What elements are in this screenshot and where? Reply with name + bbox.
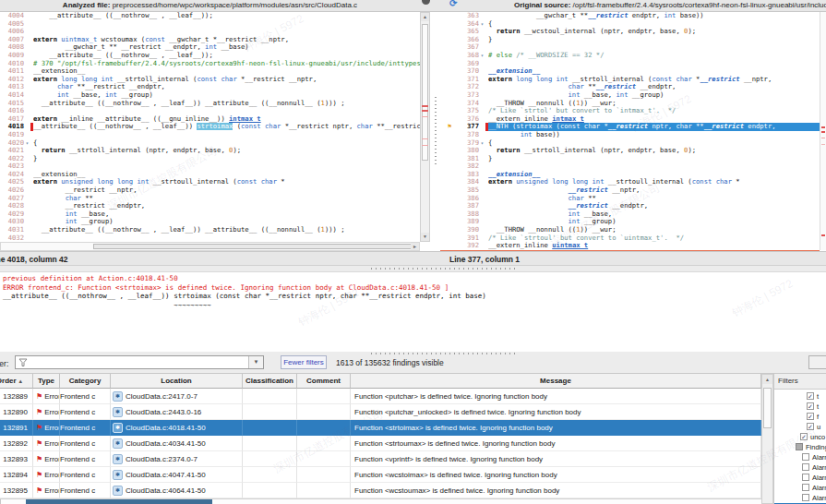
scrollbar-thumb[interactable] xyxy=(93,244,412,249)
filter-toolbar: Filter: ▼ Fewer filters 1613 of 135632 f… xyxy=(0,352,826,374)
error-message-panel: previous definition at Action.c:4018.41-… xyxy=(0,272,826,352)
code-text: extern long long int __strtoll_internal … xyxy=(33,76,420,84)
flag-gutter xyxy=(440,67,459,76)
table-vertical-scrollbar[interactable]: ▲ xyxy=(761,374,773,504)
editor-splitter[interactable] xyxy=(431,12,439,242)
original-source-editor[interactable]: 363 __gwchar_t **__restrict endptr, int … xyxy=(440,12,820,250)
scroll-right-icon[interactable]: ▸ xyxy=(411,243,419,250)
table-row[interactable]: 132892⚑ErrorFrontend c✱CloudData.c:4034.… xyxy=(0,436,761,451)
checkbox[interactable] xyxy=(802,463,809,471)
column-header-classification[interactable]: Classification xyxy=(243,374,297,389)
scrollbar-thumb[interactable] xyxy=(763,388,772,428)
error-flag-icon: ⚑ xyxy=(36,471,42,479)
line-number: 4011 xyxy=(0,67,24,76)
filter-combobox[interactable]: ▼ xyxy=(15,355,264,369)
code-line: 367 xyxy=(440,43,820,52)
left-editor-horizontal-scrollbar[interactable]: ▸ xyxy=(0,242,420,251)
checkbox[interactable] xyxy=(802,484,809,491)
code-line: 4020▾{ xyxy=(0,139,420,148)
analyzed-file-editor[interactable]: 4004 __attribute__ ((__nothrow__ , __lea… xyxy=(0,12,420,242)
scrollbar-thumb[interactable] xyxy=(422,24,428,161)
column-header-order[interactable]: Order ▲ xyxy=(0,374,33,389)
cell-message: Function <strtoimax> is defined twice. I… xyxy=(351,420,761,436)
error-flag-icon: ⚑ xyxy=(36,455,42,463)
cell-order: 132892 xyxy=(0,436,33,451)
table-row[interactable]: 132889⚑ErrorFrontend c✱CloudData.c:2417.… xyxy=(0,389,761,404)
checkbox[interactable] xyxy=(802,494,809,501)
error-flag-icon: ⚑ xyxy=(36,408,42,416)
fold-gutter xyxy=(479,83,485,91)
fold-marker-icon[interactable]: ▾ xyxy=(24,139,30,148)
filter-item[interactable]: Alarm xyxy=(774,462,826,473)
column-header-category[interactable]: Category xyxy=(60,374,111,389)
scrollbar-thumb[interactable] xyxy=(26,499,212,504)
code-line: 4009 __attribute__ ((__nothrow__ , __lea… xyxy=(0,52,420,60)
fold-marker-icon[interactable]: ▾ xyxy=(479,139,485,148)
filter-item-label: unco xyxy=(810,433,825,441)
line-number: 389 xyxy=(459,218,479,226)
filter-item[interactable]: Finding T xyxy=(774,442,826,452)
cell-comment xyxy=(297,404,351,420)
column-header-message[interactable]: Message xyxy=(351,374,761,389)
table-row[interactable]: 132893⚑ErrorFrontend c✱CloudData.c:2374.… xyxy=(0,451,761,467)
horizontal-splitter[interactable] xyxy=(0,265,826,272)
toolbar-partial-button[interactable] xyxy=(808,355,826,369)
column-header-type[interactable]: Type xyxy=(33,374,60,389)
filter-item[interactable]: Alarm xyxy=(774,473,826,483)
column-header-location[interactable]: Location xyxy=(111,374,243,389)
flag-gutter xyxy=(440,43,459,52)
table-row[interactable]: 132894⚑ErrorFrontend c✱CloudData.c:4047.… xyxy=(0,467,761,483)
tristate-checkbox[interactable] xyxy=(796,443,803,450)
error-flag-icon: ⚑ xyxy=(36,392,42,401)
fold-gutter xyxy=(24,91,30,100)
filter-item[interactable]: Alarm xyxy=(774,452,826,462)
checkbox[interactable]: ✓ xyxy=(807,423,814,430)
fold-marker-icon[interactable]: ▾ xyxy=(479,52,485,60)
checkbox[interactable]: ✓ xyxy=(807,402,814,410)
flag-gutter xyxy=(440,36,459,44)
fold-marker-icon[interactable]: ▾ xyxy=(479,20,485,29)
fold-gutter xyxy=(24,36,30,44)
filter-item[interactable]: Alarm xyxy=(774,483,826,493)
code-text: extern long long int __strtoll_internal … xyxy=(488,76,820,84)
fold-gutter xyxy=(24,171,30,179)
table-row[interactable]: 132895⚑ErrorFrontend c✱CloudData.c:4064.… xyxy=(0,483,761,498)
filter-item[interactable]: ✓unco xyxy=(774,432,826,442)
code-text: char ** xyxy=(33,195,420,203)
column-header-comment[interactable]: Comment xyxy=(297,374,351,389)
findings-section: Filter: ▼ Fewer filters 1613 of 135632 f… xyxy=(0,352,826,504)
checkbox[interactable] xyxy=(802,453,809,461)
filter-item[interactable]: ✓t xyxy=(774,391,826,402)
flag-gutter xyxy=(440,155,459,163)
line-number: 370 xyxy=(459,67,479,76)
cell-message: Function <strtoumax> is defined twice. I… xyxy=(351,436,761,451)
filter-item[interactable]: Alarm xyxy=(774,493,826,503)
line-number: 365 xyxy=(459,28,479,36)
table-row[interactable]: 132891⚑ErrorFrontend c✱CloudData.c:4018.… xyxy=(0,420,761,436)
filter-item[interactable]: ✓t xyxy=(774,402,826,412)
fold-gutter xyxy=(24,20,30,29)
filter-item[interactable]: ✓f xyxy=(774,412,826,422)
code-text: char ** xyxy=(488,195,820,203)
fewer-filters-button[interactable]: Fewer filters xyxy=(281,355,327,369)
checkbox[interactable]: ✓ xyxy=(800,433,808,440)
scroll-down-icon[interactable]: ▼ xyxy=(421,233,429,241)
scroll-up-icon[interactable]: ▲ xyxy=(421,13,429,21)
table-row[interactable]: 132890⚑ErrorFrontend c✱CloudData.c:2443.… xyxy=(0,404,761,420)
left-editor-vertical-scrollbar[interactable]: ▲ ▼ xyxy=(420,12,430,242)
checkbox[interactable] xyxy=(802,474,809,481)
error-message-line: ERROR frontend_c: Function <strtoimax> i… xyxy=(3,283,826,293)
location-icon: ✱ xyxy=(113,486,123,496)
checkbox[interactable]: ✓ xyxy=(807,392,814,400)
scroll-up-icon[interactable]: ▲ xyxy=(762,375,772,384)
code-line: 366} xyxy=(440,36,820,44)
combo-dropdown-icon[interactable]: ▼ xyxy=(248,356,263,368)
flag-gutter xyxy=(440,20,459,29)
checkbox[interactable]: ✓ xyxy=(807,413,814,420)
line-number: 4028 xyxy=(0,202,24,210)
scroll-left-icon[interactable]: ◂ xyxy=(0,499,1,504)
filter-item[interactable]: ✓u xyxy=(774,422,826,432)
table-horizontal-scrollbar[interactable]: ◂ xyxy=(0,498,761,504)
code-line: 382 xyxy=(440,162,820,171)
code-text: __gwchar_t ** __restrict __endptr, int _… xyxy=(33,43,420,52)
